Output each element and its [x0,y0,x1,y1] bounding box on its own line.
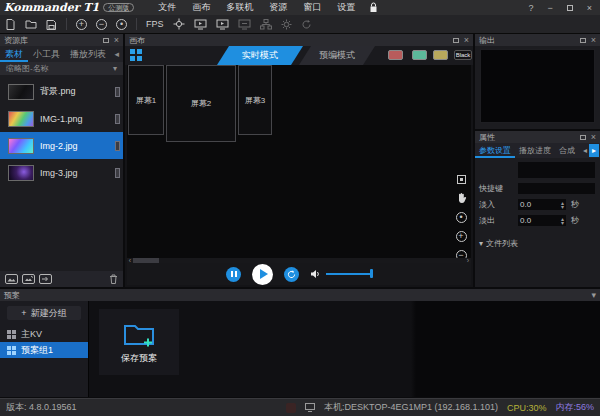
play-button[interactable] [252,264,273,285]
float-panel-icon[interactable] [453,38,459,43]
add-media-group-icon[interactable] [22,274,35,284]
collapse-panel-icon[interactable]: ▾ [591,291,596,300]
list-item[interactable]: 背景.png [0,78,123,105]
sort-icon[interactable]: ▾ [113,64,117,73]
menu-bar: 文件 画布 多联机 资源 窗口 设置 [158,1,355,14]
float-panel-icon[interactable] [580,135,586,140]
zoom-out-icon[interactable]: − [456,250,467,258]
material-name-field[interactable] [517,161,596,179]
speaker-icon[interactable] [310,269,321,279]
zoom-in-icon[interactable]: + [76,19,87,30]
spin-down-icon[interactable]: ▾ [561,205,564,209]
plan-group-item-selected[interactable]: 预案组1 [0,342,88,358]
fps-toggle[interactable]: FPS [146,19,164,29]
tab-scroll-left-icon[interactable]: ◂ [583,146,587,155]
layout-grid-icon[interactable] [130,49,142,61]
canvas-panel-header: 画布 × [125,34,473,46]
menu-file[interactable]: 文件 [158,1,176,14]
test-green-button[interactable] [412,50,427,60]
close-icon[interactable]: × [587,3,592,13]
close-panel-icon[interactable]: × [591,36,596,45]
tab-preedit-mode[interactable]: 预编模式 [299,46,375,65]
item-badge[interactable] [115,141,120,151]
tab-composite[interactable]: 合成 [555,143,579,158]
save-plan-tile[interactable]: 保存预案 [99,309,179,375]
file-name: IMG-1.png [40,114,83,124]
list-item[interactable]: IMG-1.png [0,105,123,132]
fade-in-value: 0.0 [520,200,561,209]
replay-button[interactable] [284,267,299,282]
menu-settings[interactable]: 设置 [337,1,355,14]
float-panel-icon[interactable] [103,38,109,43]
item-badge[interactable] [115,114,120,124]
library-column-header[interactable]: 缩略图-名称 ▾ [0,62,123,75]
test-yellow-button[interactable] [433,50,448,60]
maximize-icon[interactable] [567,5,573,11]
item-badge[interactable] [115,87,120,97]
tab-parameters[interactable]: 参数设置 [475,143,515,158]
list-item-selected[interactable]: Img-2.jpg [0,132,123,159]
file-list-label: 文件列表 [486,238,518,249]
plan-group-item[interactable]: 主KV [0,326,88,342]
tab-playlist[interactable]: 播放列表 [65,46,111,62]
pause-button[interactable] [226,267,241,282]
list-item[interactable]: Img-3.jpg [0,159,123,186]
minimize-icon[interactable]: − [547,3,552,13]
fade-in-stepper[interactable]: 0.0 ▴ ▾ [517,198,567,211]
add-media-icon[interactable] [5,274,18,284]
lock-icon[interactable] [369,2,378,13]
version-label: 版本: 4.8.0.19561 [6,401,77,414]
calibrate-icon[interactable] [173,18,185,30]
local-machine-icon [305,403,315,412]
preview-screen-icon[interactable] [216,19,229,30]
collapse-tabs-icon[interactable]: ◂ [114,46,123,62]
canvas-viewport[interactable]: 屏幕1 屏幕2 屏幕3 • + − [127,65,471,258]
group-icon [7,346,16,355]
zoom-out-icon[interactable]: − [96,19,107,30]
close-panel-icon[interactable]: × [591,133,596,142]
tab-progress[interactable]: 播放进度 [515,143,555,158]
float-panel-icon[interactable] [580,38,586,43]
save-project-icon[interactable] [46,19,57,30]
canvas-title: 画布 [129,35,145,46]
new-group-button[interactable]: + 新建分组 [7,306,81,320]
help-icon[interactable]: ? [528,3,533,13]
menu-multilink[interactable]: 多联机 [226,1,253,14]
pan-hand-icon[interactable] [456,192,467,204]
volume-slider-handle[interactable] [370,269,373,278]
tab-widgets[interactable]: 小工具 [28,46,65,62]
spin-down-icon[interactable]: ▾ [561,221,564,225]
thumbnail [8,138,34,154]
menu-canvas[interactable]: 画布 [192,1,210,14]
zoom-in-icon[interactable]: + [456,231,467,242]
screen-2[interactable]: 屏幕2 [166,65,236,142]
canvas-tools-strip: • + − [454,175,468,258]
new-project-icon[interactable] [5,18,16,30]
close-panel-icon[interactable]: × [464,36,469,45]
tab-live-mode[interactable]: 实时模式 [217,46,303,65]
sync-icon [301,19,312,30]
tab-material[interactable]: 素材 [0,46,28,62]
file-list-section[interactable]: ▾ 文件列表 [475,235,600,249]
screen-3[interactable]: 屏幕3 [238,65,272,135]
menu-window[interactable]: 窗口 [303,1,321,14]
import-media-icon[interactable] [39,274,52,284]
open-project-icon[interactable] [25,19,37,29]
item-badge[interactable] [115,168,120,178]
test-red-button[interactable] [388,50,403,60]
screen-1[interactable]: 屏幕1 [128,65,164,135]
library-title: 资源库 [4,35,28,46]
fade-out-stepper[interactable]: 0.0 ▴ ▾ [517,214,567,227]
zoom-reset-icon[interactable]: • [456,212,467,223]
cpu-usage: CPU:30% [507,403,547,413]
zoom-reset-icon[interactable]: • [116,19,127,30]
menu-resource[interactable]: 资源 [269,1,287,14]
output-screen-icon[interactable] [194,19,207,30]
delete-media-icon[interactable] [109,274,118,284]
tab-scroll-right-icon[interactable]: ▸ [589,144,599,157]
close-panel-icon[interactable]: × [114,36,119,45]
fit-view-icon[interactable] [457,175,466,184]
black-screen-button[interactable]: Black [454,50,472,60]
shortcut-input[interactable] [517,182,596,195]
volume-slider[interactable] [326,273,372,275]
